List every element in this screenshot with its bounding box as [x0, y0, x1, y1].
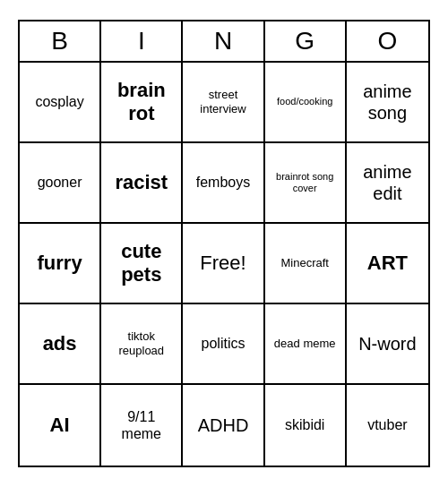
cell-label: food/cooking — [277, 96, 332, 107]
cell-label: gooner — [38, 174, 82, 191]
bingo-cell[interactable]: cosplay — [20, 63, 101, 143]
header-letter-G: G — [265, 21, 347, 61]
cell-label: brainrot song cover — [271, 171, 340, 194]
bingo-cell[interactable]: ART — [347, 224, 428, 304]
bingo-header: BINGO — [20, 21, 428, 63]
bingo-cell[interactable]: Minecraft — [265, 224, 347, 304]
header-letter-I: I — [101, 21, 183, 61]
cell-label: ads — [43, 332, 77, 355]
bingo-cell[interactable]: brain rot — [101, 63, 183, 143]
cell-label: ART — [367, 252, 408, 275]
cell-label: dead meme — [274, 337, 336, 351]
cell-label: street interview — [188, 88, 257, 115]
bingo-cell[interactable]: ADHD — [183, 385, 264, 466]
bingo-cell[interactable]: brainrot song cover — [265, 143, 347, 224]
bingo-cell[interactable]: cute pets — [101, 224, 183, 304]
cell-label: furry — [38, 252, 82, 275]
bingo-cell[interactable]: anime edit — [347, 143, 428, 224]
bingo-cell[interactable]: skibidi — [265, 385, 347, 466]
bingo-cell[interactable]: racist — [101, 143, 183, 224]
cell-label: skibidi — [285, 416, 324, 433]
cell-label: cute pets — [107, 240, 176, 287]
cell-label: anime edit — [352, 161, 423, 204]
bingo-cell[interactable]: street interview — [183, 63, 264, 143]
cell-label: femboys — [196, 174, 250, 191]
cell-label: brain rot — [107, 79, 176, 126]
bingo-cell[interactable]: N-word — [347, 304, 428, 385]
cell-label: vtuber — [367, 416, 407, 433]
bingo-cell[interactable]: gooner — [20, 143, 101, 224]
cell-label: Free! — [200, 252, 246, 275]
bingo-card: BINGO cosplaybrain rotstreet interviewfo… — [18, 20, 430, 467]
cell-label: AI — [50, 414, 70, 437]
cell-label: anime song — [352, 81, 423, 124]
cell-label: racist — [115, 171, 168, 194]
cell-label: ADHD — [198, 414, 249, 436]
bingo-cell[interactable]: politics — [183, 304, 264, 385]
cell-label: 9/11 meme — [107, 408, 176, 442]
header-letter-O: O — [347, 21, 428, 61]
bingo-cell[interactable]: Free! — [183, 224, 264, 304]
cell-label: cosplay — [35, 93, 83, 110]
cell-label: politics — [202, 335, 246, 352]
bingo-grid: cosplaybrain rotstreet interviewfood/coo… — [20, 63, 428, 466]
bingo-cell[interactable]: anime song — [347, 63, 428, 143]
bingo-cell[interactable]: 9/11 meme — [101, 385, 183, 466]
cell-label: N-word — [358, 333, 416, 355]
bingo-cell[interactable]: furry — [20, 224, 101, 304]
header-letter-B: B — [20, 21, 101, 61]
bingo-cell[interactable]: vtuber — [347, 385, 428, 466]
header-letter-N: N — [183, 21, 264, 61]
bingo-cell[interactable]: AI — [20, 385, 101, 466]
bingo-cell[interactable]: ads — [20, 304, 101, 385]
cell-label: tiktok reupload — [107, 329, 176, 357]
bingo-cell[interactable]: dead meme — [265, 304, 347, 385]
cell-label: Minecraft — [280, 256, 328, 270]
bingo-cell[interactable]: food/cooking — [265, 63, 347, 143]
bingo-cell[interactable]: femboys — [183, 143, 264, 224]
bingo-cell[interactable]: tiktok reupload — [101, 304, 183, 385]
